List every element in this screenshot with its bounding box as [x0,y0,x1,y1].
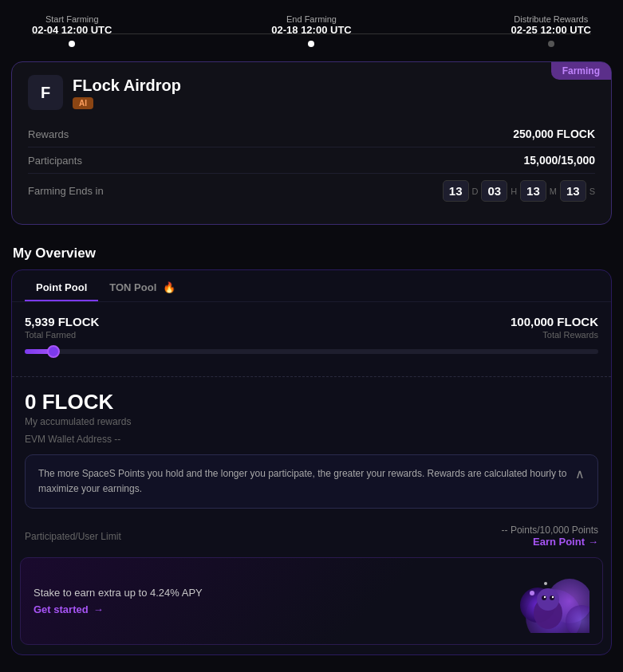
info-box-text: The more SpaceS Points you hold and the … [38,466,567,497]
pool-stats: 5,939 FLOCK Total Farmed 100,000 FLOCK T… [12,302,611,364]
svg-point-10 [544,596,546,598]
participants-label: Participants [28,155,82,167]
divider [12,376,611,377]
farming-ends-row: Farming Ends in 13 D 03 H 13 M 13 S [28,174,595,208]
svg-point-5 [544,582,547,585]
earn-arrow-icon [588,536,598,548]
progress-wrap [25,349,598,354]
earn-point-link[interactable]: Earn Point [502,536,598,548]
progress-bar [25,349,598,354]
overview-title: My Overview [0,231,623,269]
countdown-days: 13 [443,180,469,202]
stats-row: 5,939 FLOCK Total Farmed 100,000 FLOCK T… [25,315,598,340]
timeline-distribute-label: Distribute Rewards [511,14,591,24]
project-header: F FLock Airdrop AI [28,75,595,110]
total-rewards-value: 100,000 FLOCK [511,315,598,328]
accumulated-section: 0 FLOCK My accumulated rewards EVM Walle… [12,390,611,445]
timeline-start-date: 02-04 12:00 UTC [32,24,112,36]
stake-title: Stake to earn extra up to 4.24% APY [34,587,203,599]
total-farmed-label: Total Farmed [25,330,99,340]
total-rewards-label: Total Rewards [511,330,598,340]
participated-label: Participated/User Limit [25,531,121,542]
stake-arrow-icon [93,603,104,615]
svg-point-7 [537,588,559,611]
info-box: The more SpaceS Points you hold and the … [25,454,598,509]
pool-card: Point Pool TON Pool 🔥 5,939 FLOCK Total … [11,269,612,655]
accumulated-value: 0 FLOCK [25,390,598,415]
timeline-start: Start Farming 02-04 12:00 UTC [32,14,112,47]
points-row: Participated/User Limit -- Points/10,000… [12,518,611,554]
svg-point-8 [542,595,546,600]
info-toggle-icon[interactable] [575,466,585,481]
earn-point-label: Earn Point [533,536,585,548]
countdown: 13 D 03 H 13 M 13 S [443,180,595,202]
farming-badge: Farming [551,62,611,80]
timeline: Start Farming 02-04 12:00 UTC End Farmin… [0,0,623,55]
timeline-distribute-dot [548,41,554,47]
countdown-h-unit: H [511,187,517,196]
stake-banner: Stake to earn extra up to 4.24% APY Get … [20,557,603,645]
ai-badge: AI [73,97,93,109]
tab-ton-pool-label: TON Pool [109,281,156,293]
tab-point-pool-label: Point Pool [36,281,87,293]
countdown-d-unit: D [472,187,479,196]
timeline-distribute-date: 02-25 12:00 UTC [511,24,591,36]
participants-row: Participants 15,000/15,000 [28,147,595,174]
countdown-hours: 03 [481,180,507,202]
timeline-end: End Farming 02-18 12:00 UTC [271,14,351,47]
stake-text: Stake to earn extra up to 4.24% APY Get … [34,587,203,615]
total-rewards-block: 100,000 FLOCK Total Rewards [511,315,598,340]
wallet-row: EVM Wallet Address -- [25,434,598,445]
project-name: FLock Airdrop [73,77,181,95]
total-farmed-block: 5,939 FLOCK Total Farmed [25,315,99,340]
svg-point-11 [552,596,554,598]
farming-ends-label: Farming Ends in [28,185,104,197]
accumulated-label: My accumulated rewards [25,416,598,427]
timeline-start-label: Start Farming [32,14,112,24]
rewards-row: Rewards 250,000 FLOCK [28,121,595,147]
countdown-s-unit: S [589,187,595,196]
svg-point-9 [550,595,554,600]
participated-value: -- Points/10,000 Points [502,525,598,536]
rewards-value: 250,000 FLOCK [513,128,595,140]
main-card: Farming F FLock Airdrop AI Rewards 250,0… [11,61,612,225]
progress-fill [25,349,59,354]
timeline-end-date: 02-18 12:00 UTC [271,24,351,36]
countdown-m-unit: M [550,187,557,196]
tab-ton-pool[interactable]: TON Pool 🔥 [98,270,187,301]
stake-illustration [478,569,589,633]
rewards-label: Rewards [28,128,69,140]
countdown-seconds: 13 [560,180,586,202]
participants-value: 15,000/15,000 [523,154,595,167]
timeline-end-label: End Farming [271,14,351,24]
total-farmed-value: 5,939 FLOCK [25,315,99,328]
get-started-label: Get started [34,603,89,615]
tab-point-pool[interactable]: Point Pool [25,270,98,301]
timeline-end-dot [308,41,314,47]
fire-icon: 🔥 [163,281,175,293]
get-started-link[interactable]: Get started [34,603,203,615]
countdown-minutes: 13 [520,180,546,202]
timeline-distribute: Distribute Rewards 02-25 12:00 UTC [511,14,591,47]
svg-point-4 [530,591,534,595]
pool-tabs: Point Pool TON Pool 🔥 [12,270,611,302]
timeline-start-dot [69,41,75,47]
project-logo: F [28,75,63,110]
